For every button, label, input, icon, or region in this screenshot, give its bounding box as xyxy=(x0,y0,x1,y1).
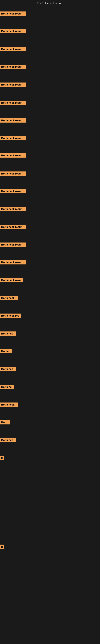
site-header: TheBottlenecker.com xyxy=(0,0,100,6)
bottleneck-item-20: Bottle xyxy=(0,349,12,354)
bottleneck-item-9: Bottleneck result xyxy=(0,153,26,158)
bottleneck-item-19: Bottlenec xyxy=(0,332,16,336)
bottleneck-item-1: Bottleneck result xyxy=(0,12,26,16)
bottleneck-item-4: Bottleneck result xyxy=(0,64,26,69)
bottleneck-item-6: Bottleneck result xyxy=(0,100,26,105)
bottleneck-item-12: Bottleneck result xyxy=(0,207,26,211)
bottleneck-item-24: Bott xyxy=(0,420,10,424)
bottleneck-item-22: Bottlene xyxy=(0,385,14,389)
bottleneck-item-18: Bottleneck res xyxy=(0,314,21,318)
bottleneck-item-7: Bottleneck result xyxy=(0,118,26,122)
bottleneck-item-25: Bottlenec xyxy=(0,438,16,442)
bottleneck-item-10: Bottleneck result xyxy=(0,172,26,176)
bottleneck-item-27: B xyxy=(0,544,4,549)
bottleneck-item-23: Bottleneck xyxy=(0,402,18,407)
bottleneck-item-17: Bottleneck xyxy=(0,296,18,300)
bottleneck-item-8: Bottleneck result xyxy=(0,136,26,140)
bottleneck-item-15: Bottleneck result xyxy=(0,260,26,264)
bottleneck-item-14: Bottleneck result xyxy=(0,242,26,247)
bottleneck-item-11: Bottleneck result xyxy=(0,189,26,194)
bottleneck-item-16: Bottleneck resu xyxy=(0,278,23,282)
bottleneck-item-13: Bottleneck result xyxy=(0,225,26,229)
bottleneck-item-5: Bottleneck result xyxy=(0,82,26,87)
bottleneck-item-3: Bottleneck result xyxy=(0,47,26,51)
bottleneck-item-21: Bottlenec xyxy=(0,367,16,371)
bottleneck-item-26: B xyxy=(0,456,4,460)
bottleneck-item-2: Bottleneck result xyxy=(0,29,26,33)
